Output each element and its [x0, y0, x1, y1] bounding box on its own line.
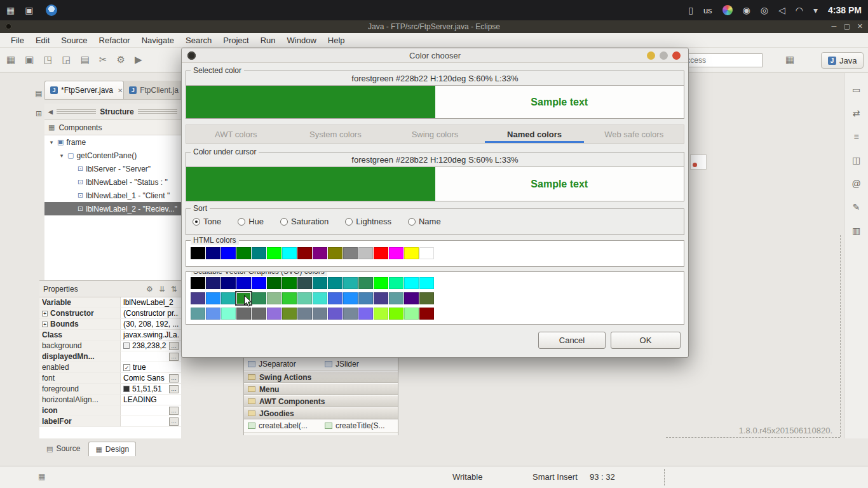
window-switch-icon[interactable]: ▣ — [25, 5, 33, 15]
palette-item[interactable]: createLabel(... — [244, 421, 321, 430]
record-icon[interactable]: ◉ — [743, 5, 750, 15]
color-swatch[interactable] — [236, 277, 251, 289]
sort-alpha-icon[interactable]: ⇅ — [171, 285, 177, 294]
restore-view-icon[interactable]: ▤ — [35, 89, 42, 98]
components-section[interactable]: ▦ Components — [44, 120, 181, 135]
color-swatch[interactable] — [297, 277, 312, 289]
property-row[interactable]: + Constructor (Constructor pr... — [39, 308, 181, 319]
color-swatch[interactable] — [404, 292, 419, 304]
ok-button[interactable]: OK — [611, 332, 681, 349]
color-swatch[interactable] — [282, 308, 297, 320]
property-value-cell[interactable]: Comic Sans MS 20 Bold … — [121, 373, 181, 383]
color-swatch[interactable] — [206, 308, 220, 320]
color-swatch[interactable] — [191, 277, 205, 289]
sort-radio-option[interactable]: Name — [408, 217, 441, 226]
menu-item[interactable]: Run — [255, 36, 281, 45]
tree-item[interactable]: ⊡ lblNewLabel - "Status : " — [44, 175, 181, 189]
color-swatch[interactable] — [358, 308, 373, 320]
property-row[interactable]: font Comic Sans MS 20 Bold … — [39, 373, 181, 384]
maximize-light-icon[interactable] — [660, 51, 668, 60]
color-swatch[interactable] — [404, 247, 419, 259]
wifi-icon[interactable]: ◠ — [796, 5, 803, 15]
color-swatch[interactable] — [206, 292, 220, 304]
menu-item[interactable]: File — [5, 36, 30, 45]
tree-item[interactable]: ▾ ▢ getContentPane() — [44, 149, 181, 162]
sort-desc-icon[interactable]: ⇊ — [159, 285, 165, 294]
expand-icon[interactable]: + — [42, 311, 48, 316]
sort-radio-option[interactable]: Saturation — [280, 217, 329, 226]
filter-icon[interactable]: ⚙ — [146, 285, 153, 294]
property-value-cell[interactable]: ✓ true — [121, 362, 181, 372]
palette-item[interactable]: JSeparator — [244, 360, 321, 369]
minimize-view-icon[interactable]: ▭ — [852, 85, 860, 95]
palette-item[interactable]: createTitle(S... — [321, 421, 398, 430]
ellipsis-button[interactable]: … — [169, 417, 179, 426]
menu-item[interactable]: Source — [55, 36, 93, 45]
color-swatch[interactable] — [221, 292, 236, 304]
property-value-cell[interactable]: (30, 208, 192, ... — [121, 319, 181, 329]
color-swatch[interactable] — [206, 277, 220, 289]
device-icon[interactable]: ▯ — [688, 5, 693, 15]
color-swatch[interactable] — [343, 292, 358, 304]
status-grid-icon[interactable]: ▦ — [38, 472, 45, 481]
color-swatch[interactable] — [419, 292, 434, 304]
close-tab-icon[interactable]: ✕ — [118, 87, 123, 94]
ellipsis-button[interactable]: … — [169, 353, 179, 361]
maximize-icon[interactable]: ▢ — [843, 22, 850, 30]
property-value-cell[interactable]: … — [121, 405, 181, 416]
color-swatch[interactable] — [297, 308, 312, 320]
sort-radio-option[interactable]: Tone — [193, 217, 221, 226]
color-swatch[interactable] — [374, 277, 388, 289]
color-category-tab[interactable]: Swing colors — [385, 125, 485, 143]
color-swatch[interactable] — [282, 292, 297, 304]
color-swatch[interactable] — [343, 247, 358, 259]
tree-item[interactable]: ⊡ lblNewLabel_1 - "Client " — [44, 189, 181, 202]
ellipsis-button[interactable]: … — [169, 342, 179, 350]
palette-item[interactable]: JSlider — [321, 360, 398, 369]
color-swatch[interactable] — [267, 292, 281, 304]
color-swatch[interactable] — [328, 308, 342, 320]
clock[interactable]: 4:38 PM — [828, 5, 862, 15]
sort-radio-option[interactable]: Hue — [238, 217, 264, 226]
palette-category[interactable]: JGoodies — [244, 407, 398, 419]
color-swatch[interactable] — [313, 308, 327, 320]
color-swatch[interactable] — [191, 292, 205, 304]
menu-item[interactable]: Project — [217, 36, 254, 45]
color-swatch[interactable] — [358, 247, 373, 259]
java-perspective-button[interactable]: J Java — [821, 52, 864, 69]
editor-mode-tab[interactable]: ▤ Source — [39, 441, 87, 456]
new-wizard-icon[interactable]: ▦ — [6, 54, 15, 65]
property-row[interactable]: icon … — [39, 405, 181, 416]
app-grid-icon[interactable]: ▦ — [6, 5, 15, 15]
menu-item[interactable]: Help — [322, 36, 351, 45]
menu-item[interactable]: Refactor — [93, 36, 136, 45]
color-swatch[interactable] — [389, 277, 403, 289]
color-swatch[interactable] — [267, 277, 281, 289]
checkbox-icon[interactable]: ✓ — [123, 364, 130, 371]
open-perspective-icon[interactable]: ⊞ — [36, 109, 42, 118]
snippets-icon[interactable]: ▥ — [852, 226, 860, 236]
minimize-icon[interactable]: ─ — [832, 22, 837, 30]
color-swatch[interactable] — [252, 308, 266, 320]
color-category-tab[interactable]: System colors — [286, 125, 386, 143]
color-swatch[interactable] — [206, 247, 220, 259]
cast-icon[interactable]: ◎ — [761, 5, 768, 15]
close-icon[interactable]: ✕ — [857, 22, 863, 30]
color-swatch[interactable] — [389, 308, 403, 320]
color-category-tab[interactable]: AWT colors — [186, 125, 286, 143]
property-value-cell[interactable]: lblNewLabel_2 — [121, 297, 181, 308]
volume-icon[interactable]: ◁ — [778, 5, 785, 15]
property-value-cell[interactable]: LEADING — [121, 395, 181, 405]
editor-tab[interactable]: J *FtpServer.java ✕ — [44, 81, 124, 99]
property-value-cell[interactable]: 51,51,51 … — [121, 384, 181, 394]
minimize-light-icon[interactable] — [647, 51, 655, 60]
color-swatch[interactable] — [419, 308, 434, 320]
palette-category[interactable]: AWT Components — [244, 395, 398, 407]
cancel-button[interactable]: Cancel — [538, 332, 606, 349]
color-swatch[interactable] — [297, 247, 312, 259]
debug-icon[interactable]: ⚙ — [117, 54, 125, 65]
property-row[interactable]: Class javax.swing.JLa... — [39, 330, 181, 341]
outline-icon[interactable]: ≡ — [853, 132, 858, 142]
color-swatch[interactable] — [328, 277, 342, 289]
expand-icon[interactable]: + — [42, 322, 48, 327]
